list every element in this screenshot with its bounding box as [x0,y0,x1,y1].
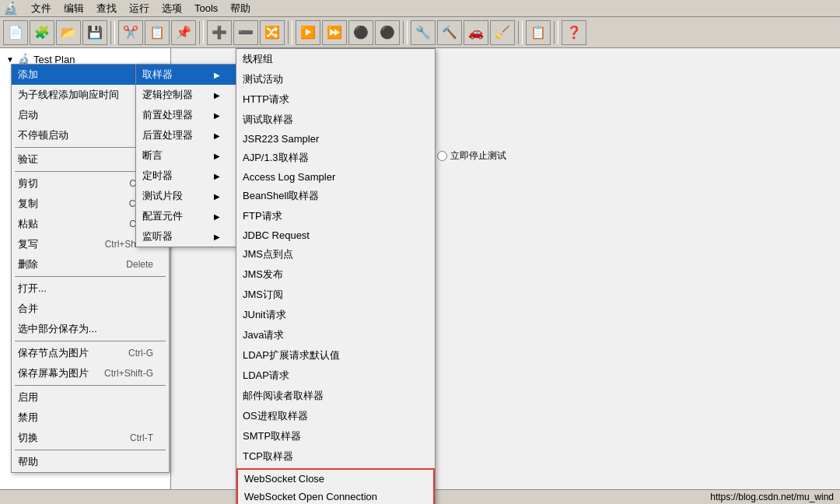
ctx3-ws-open[interactable]: WebSocket Open Connection [238,488,433,504]
ctx1-help[interactable]: 帮助 [12,452,169,472]
menu-help[interactable]: 帮助 [224,0,257,17]
ctx1-toggle[interactable]: 切换 Ctrl-T [12,428,169,448]
toolbar-remote-exit[interactable]: 🚗 [464,20,488,45]
ctx2-logic-arrow: ▶ [214,91,220,100]
ctx3-ajp-sampler[interactable]: AJP/1.3取样器 [236,148,435,168]
ctx1-disable[interactable]: 禁用 [12,408,169,428]
toolbar-list[interactable]: 📋 [526,20,551,45]
ctx2-config-element[interactable]: 配置元件 ▶ [136,206,236,226]
menu-edit[interactable]: 编辑 [58,0,90,17]
context-menu-3: 线程组 测试活动 HTTP请求 调试取样器 JSR223 Sampler AJP… [236,48,436,504]
status-url: https://blog.csdn.net/mu_wind [710,492,834,502]
ctx3-jms-publisher[interactable]: JMS发布 [236,264,435,285]
ctx2-listener[interactable]: 监听器 ▶ [136,226,236,247]
toolbar-save[interactable]: 💾 [82,20,107,45]
ctx3-smtp-sampler[interactable]: SMTP取样器 [236,426,435,446]
ctx3-test-action[interactable]: 测试活动 [236,69,435,89]
toolbar-remote-stop[interactable]: 🔨 [437,20,462,45]
menu-search[interactable]: 查找 [90,0,123,17]
toolbar-cut[interactable]: ✂️ [118,20,143,45]
ctx2-fragment-arrow: ▶ [214,192,220,201]
toolbar-sep2 [199,21,204,44]
toolbar-sep5 [518,21,523,44]
ctx3-mail-reader[interactable]: 邮件阅读者取样器 [236,386,435,406]
websocket-group: WebSocket Close WebSocket Open Connectio… [236,468,435,504]
toolbar-collapse[interactable]: ➖ [233,20,258,45]
toolbar-copy[interactable]: 📋 [145,20,170,45]
toolbar-stop[interactable]: ⚫ [348,20,373,45]
ctx1-sep3 [15,276,166,277]
ctx3-jdbc-request[interactable]: JDBC Request [236,226,435,244]
ctx2-assertion-arrow: ▶ [214,152,220,160]
menu-options[interactable]: 选项 [156,0,188,17]
toolbar-new[interactable]: 📄 [3,20,28,45]
ctx3-thread-group[interactable]: 线程组 [236,49,435,69]
toolbar-paste[interactable]: 📌 [171,20,196,45]
toolbar-help[interactable]: ❓ [562,20,586,45]
ctx1-save-screen-img[interactable]: 保存屏幕为图片 Ctrl+Shift-G [12,363,169,383]
ctx2-test-fragment[interactable]: 测试片段 ▶ [136,186,236,206]
ctx2-assertion[interactable]: 断言 ▶ [136,145,236,166]
ctx2-logic-controller[interactable]: 逻辑控制器 ▶ [136,85,236,105]
ctx2-listener-arrow: ▶ [214,233,220,241]
ctx1-sep5 [15,385,166,386]
toolbar-clear[interactable]: 🧹 [490,20,515,45]
ctx1-save-selection[interactable]: 选中部分保存为... [12,319,169,339]
radio-stop-now-label: 立即停止测试 [450,149,506,163]
toolbar-start[interactable]: ▶️ [296,20,320,45]
ctx3-java-request[interactable]: Java请求 [236,325,435,345]
toolbar-sep3 [288,21,292,44]
menu-run[interactable]: 运行 [123,0,156,17]
toolbar-sep6 [554,21,558,44]
toolbar-remote-start[interactable]: 🔧 [411,20,436,45]
menu-file[interactable]: 文件 [25,0,58,17]
toolbar-start-no-pause[interactable]: ⏩ [322,20,347,45]
ctx1-save-node-img[interactable]: 保存节点为图片 Ctrl-G [12,343,169,363]
ctx3-tcp-sampler[interactable]: TCP取样器 [236,446,435,467]
ctx2-timer[interactable]: 定时器 ▶ [136,166,236,186]
app-window: 🔬 文件 编辑 查找 运行 选项 Tools 帮助 📄 🧩 📂 💾 ✂️ 📋 📌… [0,0,840,504]
ctx2-config-arrow: ▶ [214,212,220,221]
menu-tools[interactable]: Tools [188,1,224,16]
ctx3-ldap-ext[interactable]: LDAP扩展请求默认值 [236,345,435,366]
ctx1-open[interactable]: 打开... [12,278,169,299]
ctx2-sampler-arrow: ▶ [214,71,220,79]
ctx1-sep6 [15,450,166,450]
toolbar-template[interactable]: 🧩 [30,20,54,45]
toolbar-shutdown[interactable]: ⚫ [375,20,400,45]
toolbar-sep4 [403,21,408,44]
ctx2-timer-arrow: ▶ [214,172,220,180]
ctx3-jms-point[interactable]: JMS点到点 [236,244,435,264]
ctx3-jms-subscriber[interactable]: JMS订阅 [236,285,435,305]
ctx3-ftp-request[interactable]: FTP请求 [236,206,435,226]
ctx3-junit-request[interactable]: JUnit请求 [236,305,435,325]
ctx1-merge[interactable]: 合并 [12,299,169,319]
ctx3-beanshell-sampler[interactable]: BeanShell取样器 [236,186,435,206]
menu-bar: 🔬 文件 编辑 查找 运行 选项 Tools 帮助 [0,0,840,17]
ctx1-delete[interactable]: 删除 Delete [12,254,169,275]
ctx2-sampler[interactable]: 取样器 ▶ [136,65,236,85]
ctx2-pre-arrow: ▶ [214,111,220,120]
ctx3-os-process[interactable]: OS进程取样器 [236,406,435,426]
ctx3-http-request[interactable]: HTTP请求 [236,89,435,110]
radio-stop-now[interactable]: 立即停止测试 [437,149,506,163]
toolbar-expand[interactable]: ➕ [207,20,232,45]
ctx3-debug-sampler[interactable]: 调试取样器 [236,110,435,130]
toolbar-toggle[interactable]: 🔀 [260,20,285,45]
ctx3-access-log-sampler[interactable]: Access Log Sampler [236,168,435,186]
tree-arrow: ▼ [6,55,14,64]
ctx1-sep4 [15,341,166,341]
ctx2-post-arrow: ▶ [214,131,220,140]
ctx2-post-processor[interactable]: 后置处理器 ▶ [136,125,236,145]
app-icon: 🔬 [3,1,19,16]
toolbar-open[interactable]: 📂 [56,20,81,45]
ctx1-enable[interactable]: 启用 [12,387,169,408]
radio-stop-now-input[interactable] [437,151,447,161]
toolbar-sep1 [110,21,115,44]
context-menu-2: 取样器 ▶ 逻辑控制器 ▶ 前置处理器 ▶ 后置处理器 ▶ 断言 ▶ 定时器 ▶ [135,64,236,247]
ctx3-ldap-request[interactable]: LDAP请求 [236,366,435,386]
ctx3-ws-close[interactable]: WebSocket Close [238,470,433,488]
ctx2-pre-processor[interactable]: 前置处理器 ▶ [136,105,236,125]
toolbar: 📄 🧩 📂 💾 ✂️ 📋 📌 ➕ ➖ 🔀 ▶️ ⏩ ⚫ ⚫ 🔧 🔨 🚗 🧹 📋 … [0,17,840,48]
ctx3-jsr223[interactable]: JSR223 Sampler [236,130,435,148]
